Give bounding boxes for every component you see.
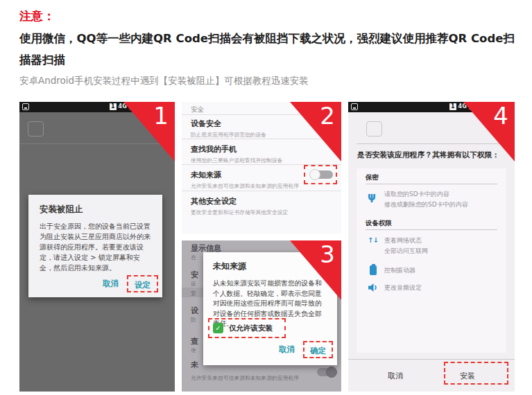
bg-setting-title: 设 (191, 306, 198, 316)
screenshot-step4: 1 4G 7 是否安装该应用程序？其将拥有以下权限： 保密 ψ 读取您的SD卡中… (348, 102, 515, 392)
app-icon-placeholder (28, 121, 44, 137)
notification-badge: 1 (110, 103, 117, 110)
install-blocked-dialog: 安装被阻止 出于安全原因，您的设备当前已设置为阻止安装从三星应用商店以外的来源获… (28, 195, 162, 297)
divider (182, 191, 341, 191)
settings-button[interactable]: 设定 (131, 279, 154, 291)
notice-label: 注意： (19, 8, 55, 24)
security-section-label: 安全 (191, 105, 204, 114)
divider (19, 143, 175, 144)
permission-text: 读取您的SD卡中的内容 (384, 190, 449, 199)
cancel-button[interactable]: 取消 (361, 367, 430, 385)
privacy-section-label: 保密 (366, 173, 379, 182)
dialog-body: 出于安全原因，您的设备当前已设置为阻止安装从三星应用商店以外的来源获得的应用程序… (28, 216, 162, 273)
toggle-knob (326, 367, 337, 378)
permission-text: 查看网络状态 (384, 236, 422, 245)
step-number: 3 (320, 241, 335, 267)
dialog-buttons: 取消 确定 (273, 341, 333, 358)
divider (348, 359, 515, 360)
highlight-box-ok: 确定 (303, 341, 333, 358)
ok-button[interactable]: 确定 (307, 344, 329, 357)
bg-setting-subtitle: 防 (191, 316, 196, 324)
bg-setting-subtitle: 在 (191, 254, 196, 261)
install-question: 是否安装该应用程序？其将拥有以下权限： (357, 150, 499, 160)
highlight-box-settings: 设定 (127, 275, 158, 292)
bg-setting-subtitle: 使 (191, 346, 196, 354)
bg-setting-title: 查 (191, 336, 198, 346)
permission-text: 更改音频设定 (384, 283, 422, 292)
setting-subtitle: 防止恶意应用程序损害您的设备 (191, 131, 332, 139)
permission-text: 全部访问互联网 (384, 247, 428, 256)
divider (182, 139, 341, 139)
app-icon-placeholder (366, 121, 382, 137)
bg-setting-subtitle: 设 (191, 280, 196, 288)
dialog-title: 安装被阻止 (28, 195, 162, 216)
audio-icon (368, 282, 379, 293)
highlight-box-toggle (304, 165, 337, 184)
setting-subtitle: 更改安全更新和证书存储等其他安全设定 (191, 209, 332, 216)
cancel-button[interactable]: 取消 (96, 276, 125, 292)
screenshot-step1: 1 4G 7 安装被阻止 出于安全原因，您的设备当前已设置为阻止安装从三星应用商… (19, 102, 175, 392)
setting-row-other-security[interactable]: 其他安全设定 更改安全更新和证书存储等其他安全设定 (191, 196, 332, 216)
highlight-box-install (444, 362, 508, 385)
cancel-button[interactable]: 取消 (273, 342, 301, 358)
dimmed-toggle (312, 367, 336, 378)
device-section-label: 设备权限 (366, 219, 392, 228)
screenshot-step2: 安全 设备安全 防止恶意应用程序损害您的设备 查找我的手机 使用您的三星账户远程… (182, 102, 341, 234)
divider (357, 143, 506, 144)
highlight-box-checkbox (208, 318, 286, 338)
screenshot-step3: 显示信息 在 安 设 安 设 防 查 使 未 允许安装来自可信来源和未知来源的应… (182, 240, 341, 392)
screenshot-icon (22, 103, 29, 110)
setting-title: 查找我的手机 (191, 144, 332, 155)
divider (366, 229, 497, 230)
step-number: 2 (320, 103, 335, 129)
warning-text: 使用微信，QQ等一些内建QR Code扫描会有被阻挡下载之状况，强烈建议使用推荐… (19, 28, 517, 71)
setting-subtitle: 使用您的三星账户远程查找并控制设备 (191, 157, 332, 164)
notification-badge: 1 (449, 103, 456, 110)
bg-setting-title: 未 (191, 360, 198, 370)
setting-row-find-my-phone[interactable]: 查找我的手机 使用您的三星账户远程查找并控制设备 (191, 144, 332, 164)
permissions-panel: 保密 ψ 读取您的SD卡中的内容 修改或删除您的SD卡中的内容 设备权限 ↑↓ … (357, 168, 506, 353)
vibration-icon (370, 265, 377, 275)
permission-text: 控制振动器 (384, 266, 415, 275)
bg-setting-title: 安 (191, 270, 198, 280)
permission-text: 修改或删除您的SD卡中的内容 (384, 200, 468, 209)
network-arrows-icon: ↑↓ (368, 236, 379, 247)
step-number: 1 (153, 103, 169, 129)
divider (366, 184, 497, 184)
bg-setting-subtitle: 允许安装来自可信来源和未知来源的应用程序 (191, 374, 299, 382)
tutorial-subtitle: 安卓Android手机安装过程中遇到【安装被阻止】可根据教程迅速安装 (19, 75, 309, 87)
screenshot-icon (351, 103, 358, 110)
usb-icon: ψ (368, 191, 379, 202)
setting-title: 其他安全设定 (191, 196, 332, 207)
step-number: 4 (493, 103, 508, 129)
